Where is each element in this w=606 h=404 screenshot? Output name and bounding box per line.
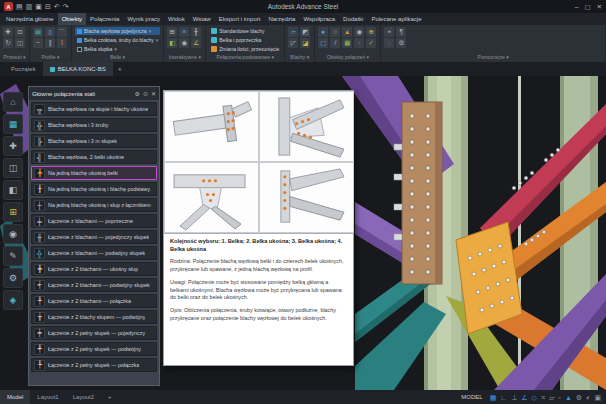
rotate-icon[interactable]: ↻ (3, 38, 13, 48)
ribbon-group-label[interactable]: Profile ▾ (33, 53, 68, 62)
ribbon-tab-4[interactable]: Widok (164, 13, 189, 25)
checkbox-icon[interactable] (77, 38, 82, 43)
ortho-icon[interactable]: ⊥ (511, 394, 517, 401)
ribbon-tab-0[interactable]: Narzędzia główne (2, 13, 58, 25)
ribbon-tab-3[interactable]: Wynik pracy (123, 13, 164, 25)
ribbon-tab-9[interactable]: Dodatki (339, 13, 367, 25)
home-tool-icon[interactable]: ⌂ (3, 92, 23, 112)
ribbon-tab-1[interactable]: Obiekty (58, 13, 86, 25)
palette-item[interactable]: ╀Łączenie z 2 blachami — połączka (31, 294, 157, 308)
new-layout-button[interactable]: + (101, 390, 119, 404)
cut-icon[interactable]: / (330, 38, 340, 48)
undo-icon[interactable]: ↶ (54, 3, 60, 10)
palette-item[interactable]: ╠Blacha węzłowa i 3 m słupek (31, 134, 157, 148)
ribbon-group-label[interactable]: Belki ▾ (75, 53, 160, 62)
palette-item[interactable]: ╃Łączenie z 2 pełny słupek — podwójny (31, 342, 157, 356)
maximize-button[interactable]: ▢ (584, 3, 590, 11)
ribbon-group-label[interactable]: Przesuń ▾ (3, 53, 26, 62)
edit-tool-icon[interactable]: ✎ (3, 246, 23, 266)
ribbon-group-label[interactable]: Interaktywne ▾ (167, 53, 202, 62)
twin-profile-icon[interactable]: ∥ (45, 38, 55, 48)
palette-item[interactable]: ╪Łączenie z blachami — poprzeczne (31, 214, 157, 228)
grating-icon[interactable]: ▦ (342, 38, 352, 48)
connection-preview-4[interactable] (259, 162, 354, 233)
ribbon-list-row-2[interactable]: Zmiana ilości, przesunięcie (209, 45, 281, 53)
annotation-icon[interactable]: ▲ (565, 394, 572, 401)
gear-tool-icon[interactable]: ⚙ (3, 268, 23, 288)
print-icon[interactable]: ⊟ (45, 3, 51, 10)
mirror-tool-icon[interactable]: ◫ (3, 158, 23, 178)
palette-item[interactable]: ┽Łączenie z 2 blachami — podwójny słupek (31, 278, 157, 292)
welded-profile-icon[interactable]: I (57, 38, 67, 48)
ribbon-tab-2[interactable]: Połączenia (86, 13, 123, 25)
ribbon-check-row-0[interactable]: Blacha węzłowa pojedyncza▾ (75, 27, 160, 35)
chevron-down-icon[interactable]: ▾ (114, 46, 117, 52)
connection-preview-1[interactable] (164, 91, 259, 162)
save-icon[interactable]: ▣ (35, 3, 42, 10)
palette-item[interactable]: ╋Łączenie z 2 blachami — ukośny słup (31, 262, 157, 276)
grid-icon[interactable]: ▦ (490, 394, 497, 401)
plate-icon[interactable]: ▱ (288, 27, 298, 37)
layout-tab-model[interactable]: Model (0, 390, 30, 404)
palette-item[interactable]: ┼Na jedną blachę ukośną i słup z łącznik… (31, 198, 157, 212)
connection-preview-3[interactable] (164, 162, 259, 233)
grid-tool-icon[interactable]: ▦ (3, 114, 23, 134)
ribbon-tab-8[interactable]: Współpraca (299, 13, 339, 25)
connection-preview-2[interactable] (259, 91, 354, 162)
gear-icon[interactable]: ⚙ (135, 90, 140, 97)
ribbon-list-row-1[interactable]: Belka i poprzeczka (209, 36, 281, 44)
measure-icon[interactable]: ⌖ (384, 27, 394, 37)
ribbon-list-row-0[interactable]: Standardowe blachy (209, 27, 281, 35)
palette-item[interactable]: ┿Łączenie z 2 pełny słupek — pojedynczy (31, 326, 157, 340)
new-file-icon[interactable]: ▤ (16, 3, 23, 10)
pin-icon[interactable]: ⊙ (143, 90, 148, 97)
anchor-icon[interactable]: ⊕ (366, 27, 376, 37)
drawing-tab-0[interactable]: Początek (4, 62, 43, 76)
hole-icon[interactable]: ○ (330, 27, 340, 37)
app-menu-icon[interactable]: A (4, 2, 13, 11)
weld-icon[interactable]: ▲ (342, 27, 352, 37)
palette-item[interactable]: ╄Łączenie z 2 pełny słupek — połączka (31, 358, 157, 372)
plate-split-icon[interactable]: ◪ (300, 38, 310, 48)
polar-icon[interactable]: ∠ (521, 394, 527, 401)
ribbon-tab-7[interactable]: Narzędzia (264, 13, 299, 25)
palette-item[interactable]: ╂Na jedną blachę ukośną i blachę podstaw… (31, 182, 157, 196)
palette-header[interactable]: Główne połączenia stali ⚙⊙✕ (29, 87, 159, 100)
drawing-tab-1[interactable]: BELKA KONC-BS (43, 62, 113, 76)
palette-item[interactable]: ╬Blacha węzłowa i 3 śruby (31, 118, 157, 132)
section-tool-icon[interactable]: ◧ (3, 180, 23, 200)
ribbon-check-row-2[interactable]: Belka słupka▾ (75, 45, 160, 53)
ribbon-tab-5[interactable]: Wstaw (189, 13, 215, 25)
layout-tab-layout2[interactable]: Layout2 (66, 390, 101, 404)
ribbon-group-label[interactable]: Połączenia podstawowe ▾ (209, 53, 281, 62)
ribbon-group-label[interactable]: Pomocnicze ▾ (384, 53, 602, 62)
chevron-down-icon[interactable]: ▾ (149, 28, 152, 34)
grid-tool-icon[interactable]: ⊞ (167, 27, 177, 37)
target-tool-icon[interactable]: ◉ (3, 224, 23, 244)
search-icon[interactable]: ◌ (384, 38, 394, 48)
contour-icon[interactable]: ▢ (318, 38, 328, 48)
snap-icon[interactable]: ∟ (500, 394, 507, 401)
ribbon-check-row-1[interactable]: Belka czołowa, śruby do blachy▾ (75, 36, 160, 44)
camera-icon[interactable]: ◉ (179, 38, 189, 48)
add-tool-icon[interactable]: ✚ (3, 136, 23, 156)
close-icon[interactable]: ✕ (151, 90, 156, 97)
isolate-icon[interactable]: ◐ (586, 394, 590, 401)
layout-tab-layout1[interactable]: Layout1 (30, 390, 65, 404)
ribbon-tab-6[interactable]: Eksport i import (215, 13, 265, 25)
level-icon[interactable]: ≡ (179, 27, 189, 37)
model-space-label[interactable]: MODEL (461, 394, 482, 400)
curved-beam-icon[interactable]: ⌒ (57, 27, 67, 37)
folded-plate-icon[interactable]: ◩ (300, 27, 310, 37)
transparency-icon[interactable]: ▱ (549, 394, 554, 401)
ucs-icon[interactable]: ∠ (191, 38, 201, 48)
section-icon[interactable]: ◧ (167, 38, 177, 48)
ribbon-group-label[interactable]: Blachy ▾ (288, 53, 311, 62)
palette-item[interactable]: ╁Łączenie z 2 blachy słupem — podwójny (31, 310, 157, 324)
label-icon[interactable]: ¶ (396, 27, 406, 37)
poly-beam-icon[interactable]: ~ (33, 38, 43, 48)
bolt-icon[interactable]: ● (318, 27, 328, 37)
shear-stud-icon[interactable]: ◉ (354, 27, 364, 37)
connection-box-icon[interactable]: ▫ (354, 38, 364, 48)
palette-item[interactable]: ╣Blacha węzłowa, 2 belki ukośne (31, 150, 157, 164)
